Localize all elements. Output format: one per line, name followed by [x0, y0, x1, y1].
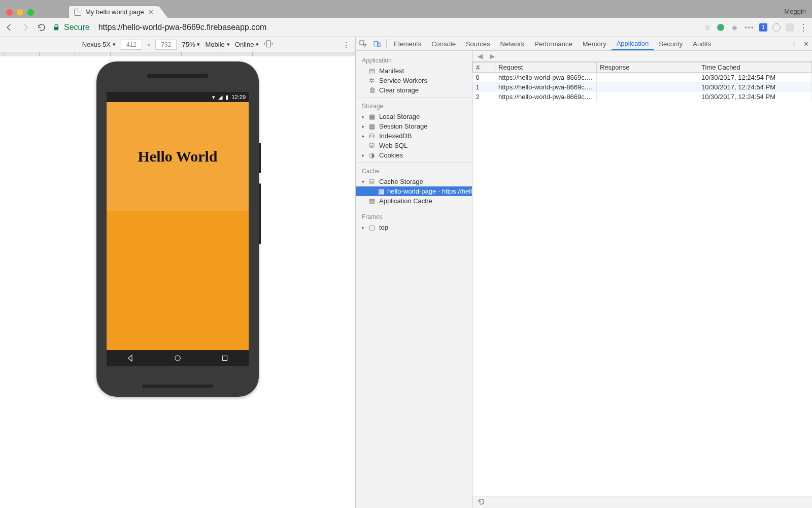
- cache-next-button[interactable]: ▶: [490, 52, 495, 60]
- reload-button[interactable]: [37, 22, 47, 33]
- android-back-icon[interactable]: [126, 354, 135, 363]
- sidebar-item-application-cache[interactable]: ▦Application Cache: [356, 196, 472, 206]
- android-home-icon[interactable]: [173, 354, 182, 363]
- sidebar-item-manifest[interactable]: ▤Manifest: [356, 66, 472, 76]
- close-tab-icon[interactable]: ✕: [148, 8, 154, 16]
- grid-icon: ▦: [378, 187, 384, 195]
- extension-icon[interactable]: ◈: [730, 23, 739, 32]
- grid-icon: ▦: [369, 197, 376, 205]
- refresh-icon[interactable]: [478, 498, 485, 507]
- inspect-element-icon[interactable]: [356, 37, 370, 50]
- extension-icon[interactable]: ●●●: [745, 25, 754, 30]
- cell-request: https://hello-world-pwa-8669c.fireb...: [495, 92, 597, 102]
- sidebar-item-cache-storage[interactable]: ⛁Cache Storage: [356, 177, 472, 186]
- sidebar-item-cookies[interactable]: ◑Cookies: [356, 150, 472, 160]
- column-response[interactable]: Response: [597, 62, 698, 73]
- devtools-tab-network[interactable]: Network: [495, 37, 530, 50]
- column-time-cached[interactable]: Time Cached: [698, 62, 812, 73]
- url-text: https://hello-world-pwa-8669c.firebaseap…: [98, 23, 267, 32]
- cache-footer: [472, 496, 812, 508]
- device-selector[interactable]: Nexus 5X: [82, 41, 116, 48]
- devtools-tab-console[interactable]: Console: [426, 37, 461, 50]
- rotate-device-icon[interactable]: [264, 39, 273, 50]
- sidebar-item-session-storage[interactable]: ▦Session Storage: [356, 121, 472, 131]
- extension-icon[interactable]: [716, 23, 725, 32]
- wifi-icon: ▾: [212, 94, 215, 101]
- extension-icon[interactable]: 1: [759, 23, 767, 31]
- macos-titlebar: [0, 0, 812, 5]
- device-toolbar: Nexus 5X × 75% Mobile Online ⋮: [0, 37, 355, 52]
- table-header-row: # Request Response Time Cached: [473, 62, 812, 73]
- cell-time: 10/30/2017, 12:24:54 PM: [698, 82, 812, 92]
- sidebar-item-frame-top[interactable]: ▢top: [356, 223, 472, 232]
- cell-index: 1: [473, 82, 495, 92]
- nav-forward-button[interactable]: [20, 22, 30, 33]
- browser-tab[interactable]: My hello world page ✕: [69, 6, 159, 18]
- sidebar-item-websql[interactable]: ⛁Web SQL: [356, 141, 472, 150]
- extension-icon[interactable]: [772, 23, 781, 31]
- devtools-tab-memory[interactable]: Memory: [578, 37, 612, 50]
- android-status-bar: ▾ ◢ ▮ 12:29: [107, 92, 249, 102]
- sidebar-section-application: Application: [356, 54, 472, 66]
- column-index[interactable]: #: [473, 62, 495, 73]
- sidebar-item-cache-entry[interactable]: ▦hello-world-page - https://hello-wo: [356, 186, 472, 196]
- page-icon: [74, 9, 81, 16]
- battery-icon: ▮: [225, 94, 228, 101]
- browser-menu-button[interactable]: ⋮: [799, 22, 808, 33]
- throttle-selector[interactable]: Mobile: [205, 41, 229, 48]
- devtools-tab-sources[interactable]: Sources: [461, 37, 495, 50]
- phone-screen: ▾ ◢ ▮ 12:29 Hello World: [107, 92, 249, 366]
- devtools-tab-security[interactable]: Security: [654, 37, 688, 50]
- toggle-device-icon[interactable]: [370, 37, 384, 50]
- table-row[interactable]: 2 https://hello-world-pwa-8669c.fireb...…: [473, 92, 812, 102]
- tab-title: My hello world page: [85, 8, 144, 16]
- devtools-tab-bar: Elements Console Sources Network Perform…: [356, 37, 812, 51]
- close-window-icon[interactable]: [6, 9, 13, 16]
- cell-request: https://hello-world-pwa-8669c.fireb...: [495, 82, 597, 92]
- cell-request: https://hello-world-pwa-8669c.fireb...: [495, 73, 597, 82]
- cell-time: 10/30/2017, 12:24:54 PM: [698, 92, 812, 102]
- devtools-tab-elements[interactable]: Elements: [389, 37, 426, 50]
- zoom-selector[interactable]: 75%: [182, 41, 200, 48]
- profile-avatar-icon[interactable]: [786, 23, 794, 31]
- viewport-ruler: [0, 52, 355, 56]
- devtools-tab-audits[interactable]: Audits: [688, 37, 716, 50]
- devtools-tab-application[interactable]: Application: [612, 37, 654, 50]
- nav-back-button[interactable]: [4, 22, 14, 33]
- android-recents-icon[interactable]: [220, 354, 229, 363]
- viewport-width-input[interactable]: [121, 40, 142, 50]
- phone-side-button: [259, 143, 261, 173]
- bookmark-star-icon[interactable]: ☆: [704, 23, 711, 31]
- divider: [94, 22, 94, 33]
- network-selector[interactable]: Online: [235, 41, 259, 48]
- svg-rect-0: [267, 40, 271, 47]
- viewport-height-input[interactable]: [155, 40, 177, 50]
- devtools-tab-performance[interactable]: Performance: [529, 37, 577, 50]
- cell-response: [597, 73, 698, 82]
- database-icon: ▦: [369, 122, 376, 130]
- database-icon: ⛁: [369, 132, 376, 140]
- page-heading: Hello World: [138, 148, 218, 165]
- database-icon: ⛁: [369, 142, 376, 149]
- table-row[interactable]: 0 https://hello-world-pwa-8669c.fireb...…: [473, 73, 812, 82]
- devtools-menu-button[interactable]: ⋮: [791, 40, 797, 48]
- cookie-icon: ◑: [369, 151, 376, 159]
- phone-frame: ▾ ◢ ▮ 12:29 Hello World: [96, 61, 259, 397]
- address-bar[interactable]: Secure https://hello-world-pwa-8669c.fir…: [53, 22, 698, 33]
- profile-name[interactable]: Meggin: [784, 8, 806, 15]
- cache-prev-button[interactable]: ◀: [478, 52, 483, 60]
- lock-icon: [53, 24, 60, 31]
- cell-response: [597, 82, 698, 92]
- minimize-window-icon[interactable]: [17, 9, 23, 16]
- device-toolbar-menu[interactable]: ⋮: [342, 40, 350, 50]
- sidebar-item-local-storage[interactable]: ▦Local Storage: [356, 112, 472, 121]
- page-viewport[interactable]: Hello World: [107, 102, 249, 350]
- table-row[interactable]: 1 https://hello-world-pwa-8669c.fireb...…: [473, 82, 812, 92]
- sidebar-item-indexeddb[interactable]: ⛁IndexedDB: [356, 131, 472, 141]
- devtools-close-button[interactable]: ✕: [803, 40, 809, 48]
- maximize-window-icon[interactable]: [27, 9, 34, 16]
- column-request[interactable]: Request: [495, 62, 597, 73]
- database-icon: ▦: [369, 113, 376, 120]
- sidebar-item-service-workers[interactable]: ✲Service Workers: [356, 76, 472, 85]
- sidebar-item-clear-storage[interactable]: 🗑Clear storage: [356, 85, 472, 95]
